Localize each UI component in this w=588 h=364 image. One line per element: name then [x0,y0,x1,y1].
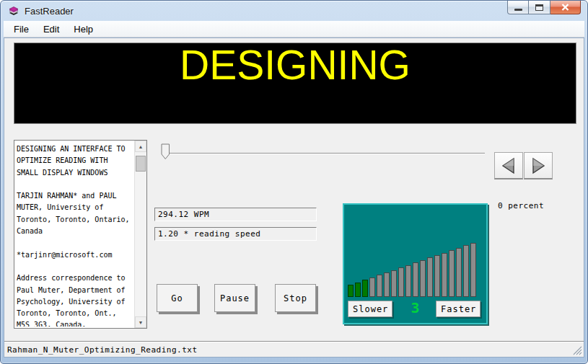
slider-track[interactable] [166,153,485,154]
menu-bar: File Edit Help [4,21,584,37]
speed-bars [348,243,476,297]
speed-bar [442,253,447,297]
window-title: FastReader [25,6,74,17]
previous-button[interactable] [494,152,523,179]
close-button[interactable] [550,1,581,14]
status-filename: Rahman_N_Muter_Optimizing_Reading.txt [7,345,198,355]
speed-level: 3 [395,299,436,316]
left-arrow-icon [499,156,519,176]
down-triangle-icon: ▼ [139,320,144,325]
speed-bar [413,262,418,297]
speed-bar [405,265,411,297]
right-arrow-icon [528,156,548,176]
speed-bar [449,250,455,297]
status-separator [4,341,584,342]
speed-bar-active [355,283,361,297]
go-button[interactable]: Go [157,284,198,312]
menu-edit[interactable]: Edit [36,22,66,37]
wpm-display: 294.12 WPM [154,208,317,221]
client-area: DESIGNING DESIGNING AN INTERFACE TO OPTI… [4,37,584,358]
speed-bar [434,255,440,297]
close-icon [561,4,569,11]
title-bar[interactable]: FastReader [1,1,587,21]
progress-percent-label: 0 percent [498,201,544,210]
document-scrollbar[interactable]: ▲ ▼ [134,141,146,328]
scroll-up-button[interactable]: ▲ [135,141,146,152]
maximize-icon [535,4,543,11]
app-icon [8,5,19,17]
scroll-down-button[interactable]: ▼ [135,316,146,328]
speed-bar [384,272,390,297]
speed-bar [427,257,433,297]
speed-bar [463,245,469,297]
menu-help[interactable]: Help [66,22,100,37]
speed-bar-active [348,285,354,297]
slider-thumb[interactable] [161,143,170,160]
speed-bar [391,270,397,297]
document-text-area[interactable]: DESIGNING AN INTERFACE TO OPTIMIZE READI… [14,140,147,329]
menu-file[interactable]: File [6,22,36,37]
speed-bar [420,260,426,297]
speed-bar-active [362,280,368,297]
word-display: DESIGNING [14,43,576,124]
speed-bar [369,278,375,297]
minimize-button[interactable] [507,1,529,14]
speed-multiplier-display: 1.20 * reading speed [154,227,317,241]
speed-panel: Slower 3 Faster [343,203,488,324]
speed-bar [470,243,476,297]
scrollbar-thumb[interactable] [136,156,146,172]
speed-bar [377,275,382,297]
minimize-icon [514,9,522,11]
window-controls [507,1,581,14]
speed-bar [456,248,462,297]
maximize-button[interactable] [529,1,550,14]
resize-grip-icon[interactable] [571,345,582,355]
current-word: DESIGNING [180,43,411,88]
faster-button[interactable]: Faster [436,301,481,317]
stop-button[interactable]: Stop [275,284,316,312]
app-window: FastReader File Edit Help DESIGNING DESI… [0,0,588,364]
slower-button[interactable]: Slower [348,301,392,317]
up-triangle-icon: ▲ [139,144,144,149]
pause-button[interactable]: Pause [214,284,255,312]
next-button[interactable] [524,152,553,179]
speed-bar [398,267,404,297]
document-text: DESIGNING AN INTERFACE TO OPTIMIZE READI… [17,143,131,327]
